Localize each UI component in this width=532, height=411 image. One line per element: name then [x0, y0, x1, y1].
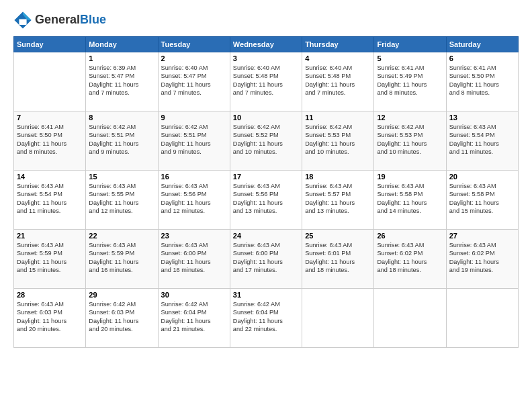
day-number: 30	[161, 291, 227, 299]
day-number: 9	[161, 113, 227, 122]
day-info: Sunrise: 6:43 AMSunset: 6:02 PMDaylight:…	[449, 241, 515, 275]
day-number: 12	[377, 113, 443, 122]
day-number: 29	[89, 291, 154, 299]
day-number: 26	[377, 232, 443, 240]
logo-icon	[13, 11, 32, 30]
calendar-day-30: 30Sunrise: 6:42 AMSunset: 6:04 PMDayligh…	[158, 289, 230, 348]
calendar-day-26: 26Sunrise: 6:43 AMSunset: 6:02 PMDayligh…	[374, 230, 446, 289]
day-info: Sunrise: 6:43 AMSunset: 6:03 PMDaylight:…	[17, 300, 83, 334]
day-info: Sunrise: 6:43 AMSunset: 5:54 PMDaylight:…	[17, 182, 83, 216]
day-info: Sunrise: 6:40 AMSunset: 5:48 PMDaylight:…	[305, 64, 371, 97]
day-info: Sunrise: 6:42 AMSunset: 6:04 PMDaylight:…	[233, 300, 299, 334]
day-number: 4	[305, 54, 371, 62]
calendar-week-3: 14Sunrise: 6:43 AMSunset: 5:54 PMDayligh…	[14, 171, 519, 230]
day-info: Sunrise: 6:43 AMSunset: 6:00 PMDaylight:…	[233, 241, 299, 275]
day-number: 22	[89, 232, 154, 240]
day-header-sunday: Sunday	[14, 37, 86, 52]
calendar-empty-cell	[374, 289, 446, 348]
calendar-day-17: 17Sunrise: 6:43 AMSunset: 5:56 PMDayligh…	[230, 171, 302, 230]
day-info: Sunrise: 6:43 AMSunset: 5:56 PMDaylight:…	[161, 182, 227, 216]
calendar-day-28: 28Sunrise: 6:43 AMSunset: 6:03 PMDayligh…	[14, 289, 86, 348]
calendar-day-9: 9Sunrise: 6:42 AMSunset: 5:51 PMDaylight…	[158, 111, 230, 171]
calendar-day-13: 13Sunrise: 6:43 AMSunset: 5:54 PMDayligh…	[446, 111, 518, 171]
calendar-day-20: 20Sunrise: 6:43 AMSunset: 5:58 PMDayligh…	[446, 171, 518, 230]
day-info: Sunrise: 6:40 AMSunset: 5:47 PMDaylight:…	[161, 64, 227, 97]
calendar-week-5: 28Sunrise: 6:43 AMSunset: 6:03 PMDayligh…	[14, 289, 519, 348]
calendar-empty-cell	[14, 52, 86, 111]
day-info: Sunrise: 6:43 AMSunset: 5:56 PMDaylight:…	[233, 182, 299, 216]
calendar-empty-cell	[446, 289, 518, 348]
calendar-day-10: 10Sunrise: 6:42 AMSunset: 5:52 PMDayligh…	[230, 111, 302, 171]
day-number: 1	[89, 54, 154, 62]
day-number: 27	[449, 232, 515, 240]
calendar-day-2: 2Sunrise: 6:40 AMSunset: 5:47 PMDaylight…	[158, 52, 230, 111]
calendar-day-12: 12Sunrise: 6:42 AMSunset: 5:53 PMDayligh…	[374, 111, 446, 171]
calendar: SundayMondayTuesdayWednesdayThursdayFrid…	[13, 36, 519, 348]
day-header-thursday: Thursday	[302, 37, 374, 52]
calendar-day-19: 19Sunrise: 6:43 AMSunset: 5:58 PMDayligh…	[374, 171, 446, 230]
day-info: Sunrise: 6:43 AMSunset: 6:01 PMDaylight:…	[305, 241, 371, 275]
day-number: 6	[449, 54, 515, 62]
calendar-day-23: 23Sunrise: 6:43 AMSunset: 6:00 PMDayligh…	[158, 230, 230, 289]
day-number: 15	[89, 173, 154, 181]
day-number: 14	[17, 173, 83, 181]
day-info: Sunrise: 6:43 AMSunset: 5:59 PMDaylight:…	[17, 241, 83, 275]
day-info: Sunrise: 6:43 AMSunset: 5:54 PMDaylight:…	[449, 123, 515, 156]
page: GeneralBlue SundayMondayTuesdayWednesday…	[0, 0, 532, 411]
day-number: 8	[89, 113, 154, 122]
day-info: Sunrise: 6:43 AMSunset: 5:58 PMDaylight:…	[377, 182, 443, 216]
calendar-day-14: 14Sunrise: 6:43 AMSunset: 5:54 PMDayligh…	[14, 171, 86, 230]
calendar-week-1: 1Sunrise: 6:39 AMSunset: 5:47 PMDaylight…	[14, 52, 519, 111]
day-number: 19	[377, 173, 443, 181]
day-info: Sunrise: 6:42 AMSunset: 6:03 PMDaylight:…	[89, 300, 154, 334]
day-info: Sunrise: 6:43 AMSunset: 5:55 PMDaylight:…	[89, 182, 154, 216]
day-info: Sunrise: 6:41 AMSunset: 5:49 PMDaylight:…	[377, 64, 443, 97]
calendar-day-22: 22Sunrise: 6:43 AMSunset: 5:59 PMDayligh…	[86, 230, 158, 289]
day-info: Sunrise: 6:43 AMSunset: 5:59 PMDaylight:…	[89, 241, 154, 275]
day-number: 5	[377, 54, 443, 62]
calendar-day-8: 8Sunrise: 6:42 AMSunset: 5:51 PMDaylight…	[86, 111, 158, 171]
day-number: 18	[305, 173, 371, 181]
day-header-tuesday: Tuesday	[158, 37, 230, 52]
calendar-day-24: 24Sunrise: 6:43 AMSunset: 6:00 PMDayligh…	[230, 230, 302, 289]
calendar-day-1: 1Sunrise: 6:39 AMSunset: 5:47 PMDaylight…	[86, 52, 158, 111]
day-info: Sunrise: 6:42 AMSunset: 5:51 PMDaylight:…	[161, 123, 227, 156]
calendar-week-2: 7Sunrise: 6:41 AMSunset: 5:50 PMDaylight…	[14, 111, 519, 171]
day-number: 16	[161, 173, 227, 181]
day-info: Sunrise: 6:41 AMSunset: 5:50 PMDaylight:…	[17, 123, 83, 156]
calendar-day-5: 5Sunrise: 6:41 AMSunset: 5:49 PMDaylight…	[374, 52, 446, 111]
day-number: 17	[233, 173, 299, 181]
calendar-day-11: 11Sunrise: 6:42 AMSunset: 5:53 PMDayligh…	[302, 111, 374, 171]
day-info: Sunrise: 6:43 AMSunset: 6:02 PMDaylight:…	[377, 241, 443, 275]
day-number: 25	[305, 232, 371, 240]
calendar-week-4: 21Sunrise: 6:43 AMSunset: 5:59 PMDayligh…	[14, 230, 519, 289]
day-info: Sunrise: 6:43 AMSunset: 5:57 PMDaylight:…	[305, 182, 371, 216]
day-number: 28	[17, 291, 83, 299]
day-info: Sunrise: 6:42 AMSunset: 5:53 PMDaylight:…	[377, 123, 443, 156]
day-info: Sunrise: 6:42 AMSunset: 5:51 PMDaylight:…	[89, 123, 154, 156]
calendar-day-21: 21Sunrise: 6:43 AMSunset: 5:59 PMDayligh…	[14, 230, 86, 289]
day-number: 3	[233, 54, 299, 62]
calendar-day-7: 7Sunrise: 6:41 AMSunset: 5:50 PMDaylight…	[14, 111, 86, 171]
day-header-friday: Friday	[374, 37, 446, 52]
calendar-day-4: 4Sunrise: 6:40 AMSunset: 5:48 PMDaylight…	[302, 52, 374, 111]
day-header-wednesday: Wednesday	[230, 37, 302, 52]
calendar-day-25: 25Sunrise: 6:43 AMSunset: 6:01 PMDayligh…	[302, 230, 374, 289]
day-header-saturday: Saturday	[446, 37, 518, 52]
day-number: 24	[233, 232, 299, 240]
calendar-day-15: 15Sunrise: 6:43 AMSunset: 5:55 PMDayligh…	[86, 171, 158, 230]
day-info: Sunrise: 6:42 AMSunset: 5:52 PMDaylight:…	[233, 123, 299, 156]
header: GeneralBlue	[13, 11, 519, 30]
day-info: Sunrise: 6:43 AMSunset: 6:00 PMDaylight:…	[161, 241, 227, 275]
day-number: 23	[161, 232, 227, 240]
calendar-day-3: 3Sunrise: 6:40 AMSunset: 5:48 PMDaylight…	[230, 52, 302, 111]
day-number: 11	[305, 113, 371, 122]
day-info: Sunrise: 6:41 AMSunset: 5:50 PMDaylight:…	[449, 64, 515, 97]
day-number: 13	[449, 113, 515, 122]
day-number: 10	[233, 113, 299, 122]
day-number: 31	[233, 291, 299, 299]
calendar-day-16: 16Sunrise: 6:43 AMSunset: 5:56 PMDayligh…	[158, 171, 230, 230]
day-number: 2	[161, 54, 227, 62]
calendar-day-18: 18Sunrise: 6:43 AMSunset: 5:57 PMDayligh…	[302, 171, 374, 230]
day-info: Sunrise: 6:40 AMSunset: 5:48 PMDaylight:…	[233, 64, 299, 97]
